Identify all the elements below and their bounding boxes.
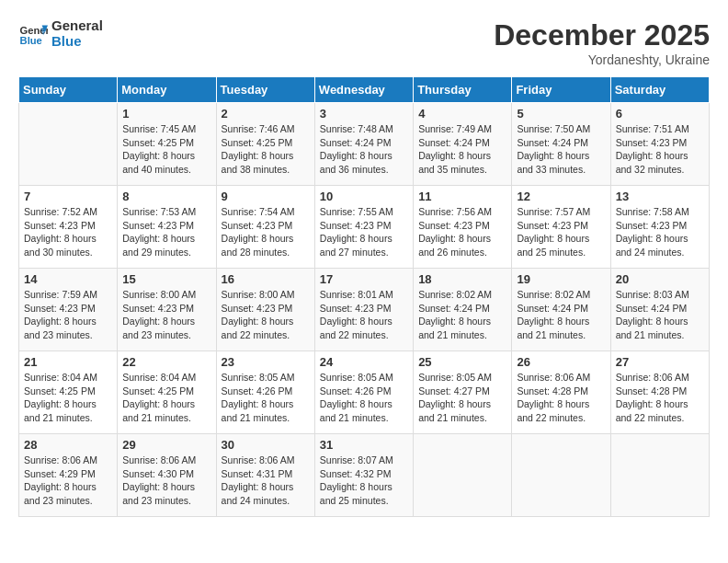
calendar-cell: 7Sunrise: 7:52 AMSunset: 4:23 PMDaylight… [19, 186, 118, 269]
day-number: 18 [418, 272, 506, 286]
calendar-table: SundayMondayTuesdayWednesdayThursdayFrid… [18, 76, 710, 517]
calendar-body: 1Sunrise: 7:45 AMSunset: 4:25 PMDaylight… [19, 103, 710, 517]
day-number: 23 [222, 355, 310, 369]
day-info: Sunrise: 7:45 AMSunset: 4:25 PMDaylight:… [122, 122, 210, 177]
header-wednesday: Wednesday [314, 77, 413, 103]
calendar-cell: 9Sunrise: 7:54 AMSunset: 4:23 PMDaylight… [216, 186, 314, 269]
day-number: 1 [122, 107, 210, 121]
day-number: 28 [24, 438, 112, 452]
day-number: 20 [616, 272, 704, 286]
week-row-2: 7Sunrise: 7:52 AMSunset: 4:23 PMDaylight… [19, 186, 710, 269]
day-info: Sunrise: 8:06 AMSunset: 4:28 PMDaylight:… [517, 371, 605, 425]
day-number: 2 [222, 107, 310, 121]
calendar-cell: 17Sunrise: 8:01 AMSunset: 4:23 PMDayligh… [314, 269, 413, 351]
day-info: Sunrise: 8:06 AMSunset: 4:30 PMDaylight:… [122, 454, 210, 508]
day-info: Sunrise: 8:06 AMSunset: 4:31 PMDaylight:… [222, 454, 310, 508]
header-friday: Friday [512, 77, 610, 103]
calendar-cell: 21Sunrise: 8:04 AMSunset: 4:25 PMDayligh… [19, 351, 118, 434]
day-number: 11 [418, 190, 506, 203]
calendar-header: SundayMondayTuesdayWednesdayThursdayFrid… [19, 77, 710, 103]
day-number: 6 [616, 107, 704, 121]
day-number: 4 [418, 107, 506, 121]
calendar-cell: 15Sunrise: 8:00 AMSunset: 4:23 PMDayligh… [118, 269, 216, 351]
calendar-cell: 19Sunrise: 8:02 AMSunset: 4:24 PMDayligh… [512, 269, 610, 351]
logo: General Blue General Blue [18, 18, 103, 49]
day-info: Sunrise: 8:03 AMSunset: 4:24 PMDaylight:… [616, 288, 704, 342]
day-info: Sunrise: 7:54 AMSunset: 4:23 PMDaylight:… [222, 205, 310, 259]
page-header: General Blue General Blue December 2025 … [18, 18, 710, 67]
day-info: Sunrise: 7:48 AMSunset: 4:24 PMDaylight:… [320, 122, 408, 177]
day-number: 3 [320, 107, 408, 121]
logo-text-blue: Blue [51, 34, 103, 50]
day-info: Sunrise: 7:53 AMSunset: 4:23 PMDaylight:… [122, 205, 210, 259]
day-info: Sunrise: 7:57 AMSunset: 4:23 PMDaylight:… [517, 205, 605, 259]
logo-icon: General Blue [18, 19, 48, 49]
day-number: 13 [616, 190, 704, 203]
day-info: Sunrise: 8:06 AMSunset: 4:29 PMDaylight:… [24, 454, 112, 508]
day-number: 17 [320, 272, 408, 286]
week-row-5: 28Sunrise: 8:06 AMSunset: 4:29 PMDayligh… [19, 434, 710, 517]
week-row-3: 14Sunrise: 7:59 AMSunset: 4:23 PMDayligh… [19, 269, 710, 351]
month-title: December 2025 [494, 18, 710, 52]
day-number: 19 [517, 272, 605, 286]
day-info: Sunrise: 7:56 AMSunset: 4:23 PMDaylight:… [418, 205, 506, 259]
day-number: 22 [122, 355, 210, 369]
day-number: 24 [320, 355, 408, 369]
calendar-cell: 12Sunrise: 7:57 AMSunset: 4:23 PMDayligh… [512, 186, 610, 269]
day-number: 9 [222, 190, 310, 203]
day-number: 14 [24, 272, 112, 286]
day-number: 15 [122, 272, 210, 286]
day-info: Sunrise: 7:50 AMSunset: 4:24 PMDaylight:… [517, 122, 605, 177]
header-saturday: Saturday [610, 77, 709, 103]
day-info: Sunrise: 8:04 AMSunset: 4:25 PMDaylight:… [122, 371, 210, 425]
calendar-cell: 4Sunrise: 7:49 AMSunset: 4:24 PMDaylight… [414, 103, 512, 186]
day-info: Sunrise: 7:51 AMSunset: 4:23 PMDaylight:… [616, 122, 704, 177]
day-info: Sunrise: 7:46 AMSunset: 4:25 PMDaylight:… [222, 122, 310, 177]
calendar-cell: 5Sunrise: 7:50 AMSunset: 4:24 PMDaylight… [512, 103, 610, 186]
day-number: 26 [517, 355, 605, 369]
day-number: 12 [517, 190, 605, 203]
day-info: Sunrise: 8:00 AMSunset: 4:23 PMDaylight:… [222, 288, 310, 342]
day-info: Sunrise: 8:02 AMSunset: 4:24 PMDaylight:… [517, 288, 605, 342]
svg-text:Blue: Blue [20, 35, 42, 46]
calendar-cell: 24Sunrise: 8:05 AMSunset: 4:26 PMDayligh… [314, 351, 413, 434]
header-tuesday: Tuesday [216, 77, 314, 103]
day-info: Sunrise: 8:01 AMSunset: 4:23 PMDaylight:… [320, 288, 408, 342]
calendar-cell: 16Sunrise: 8:00 AMSunset: 4:23 PMDayligh… [216, 269, 314, 351]
calendar-cell: 28Sunrise: 8:06 AMSunset: 4:29 PMDayligh… [19, 434, 118, 517]
calendar-cell: 26Sunrise: 8:06 AMSunset: 4:28 PMDayligh… [512, 351, 610, 434]
calendar-cell: 29Sunrise: 8:06 AMSunset: 4:30 PMDayligh… [118, 434, 216, 517]
week-row-4: 21Sunrise: 8:04 AMSunset: 4:25 PMDayligh… [19, 351, 710, 434]
calendar-cell [610, 434, 709, 517]
calendar-cell: 23Sunrise: 8:05 AMSunset: 4:26 PMDayligh… [216, 351, 314, 434]
day-number: 25 [418, 355, 506, 369]
day-number: 8 [122, 190, 210, 203]
calendar-cell: 27Sunrise: 8:06 AMSunset: 4:28 PMDayligh… [610, 351, 709, 434]
calendar-cell [512, 434, 610, 517]
header-row: SundayMondayTuesdayWednesdayThursdayFrid… [19, 77, 710, 103]
day-info: Sunrise: 8:05 AMSunset: 4:26 PMDaylight:… [320, 371, 408, 425]
calendar-cell: 25Sunrise: 8:05 AMSunset: 4:27 PMDayligh… [414, 351, 512, 434]
header-sunday: Sunday [19, 77, 118, 103]
title-block: December 2025 Yordaneshty, Ukraine [494, 18, 710, 67]
week-row-1: 1Sunrise: 7:45 AMSunset: 4:25 PMDaylight… [19, 103, 710, 186]
day-info: Sunrise: 8:00 AMSunset: 4:23 PMDaylight:… [122, 288, 210, 342]
day-number: 30 [222, 438, 310, 452]
day-info: Sunrise: 7:52 AMSunset: 4:23 PMDaylight:… [24, 205, 112, 259]
calendar-cell: 13Sunrise: 7:58 AMSunset: 4:23 PMDayligh… [610, 186, 709, 269]
location-subtitle: Yordaneshty, Ukraine [494, 52, 710, 67]
day-info: Sunrise: 8:05 AMSunset: 4:27 PMDaylight:… [418, 371, 506, 425]
calendar-cell: 10Sunrise: 7:55 AMSunset: 4:23 PMDayligh… [314, 186, 413, 269]
day-number: 31 [320, 438, 408, 452]
calendar-cell: 6Sunrise: 7:51 AMSunset: 4:23 PMDaylight… [610, 103, 709, 186]
calendar-cell: 30Sunrise: 8:06 AMSunset: 4:31 PMDayligh… [216, 434, 314, 517]
calendar-cell: 11Sunrise: 7:56 AMSunset: 4:23 PMDayligh… [414, 186, 512, 269]
day-info: Sunrise: 8:07 AMSunset: 4:32 PMDaylight:… [320, 454, 408, 508]
day-number: 16 [222, 272, 310, 286]
header-thursday: Thursday [414, 77, 512, 103]
day-info: Sunrise: 7:59 AMSunset: 4:23 PMDaylight:… [24, 288, 112, 342]
day-number: 21 [24, 355, 112, 369]
day-info: Sunrise: 7:49 AMSunset: 4:24 PMDaylight:… [418, 122, 506, 177]
logo-text-general: General [51, 18, 103, 34]
calendar-cell: 22Sunrise: 8:04 AMSunset: 4:25 PMDayligh… [118, 351, 216, 434]
